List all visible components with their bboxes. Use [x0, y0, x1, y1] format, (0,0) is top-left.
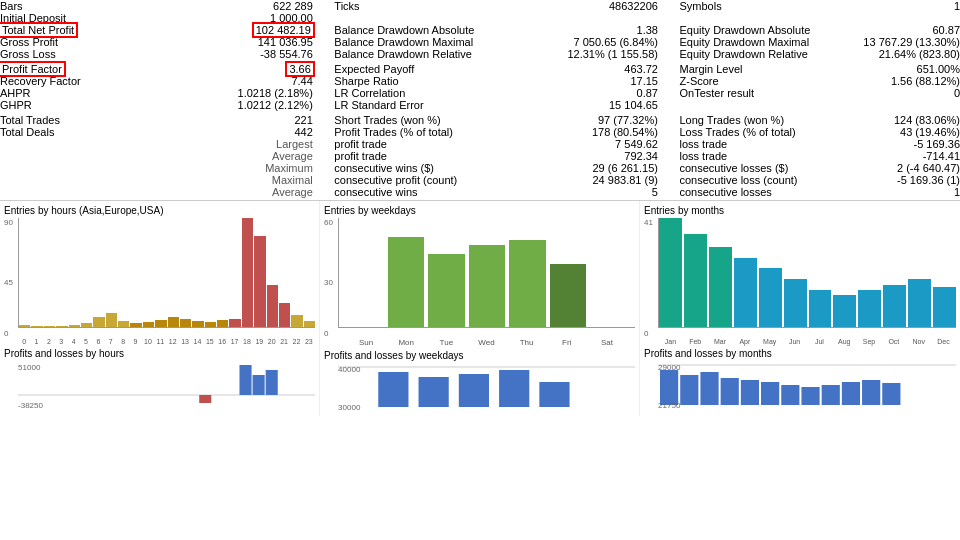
- max-consec-losses-value: 2 (-4 640.47): [852, 162, 960, 174]
- months-x-labels: Jan Feb Mar Apr May Jun Jul Aug Sep Oct …: [658, 338, 956, 345]
- hours-bar-6: [93, 317, 104, 327]
- hours-bar-9: [130, 323, 141, 327]
- weekdays-pnl-title: Profits and losses by weekdays: [324, 350, 635, 361]
- months-pnl-title: Profits and losses by months: [644, 348, 956, 359]
- weekdays-bar-chart: [338, 218, 635, 328]
- loss-trades-label: Loss Trades (% of total): [680, 126, 853, 138]
- hours-y-mid: 45: [4, 278, 13, 287]
- equity-drawdown-maximal-label: Equity Drawdown Maximal: [680, 36, 853, 48]
- margin-level-value: 651.00%: [852, 63, 960, 75]
- lr-standard-error-label: LR Standard Error: [334, 99, 550, 111]
- hours-bar-23: [304, 321, 315, 327]
- loss-trades-value: 43 (19.46%): [852, 126, 960, 138]
- margin-level-label: Margin Level: [680, 63, 853, 75]
- initial-deposit-label: Initial Deposit: [0, 12, 173, 24]
- hours-bar-10: [143, 322, 154, 327]
- total-net-profit-label: Total Net Profit: [0, 24, 173, 36]
- hours-bar-2: [44, 326, 55, 327]
- ticks-label: Ticks: [334, 0, 550, 12]
- average-profit-trade-value: 792.34: [550, 150, 658, 162]
- ontester-label: OnTester result: [680, 87, 853, 99]
- svg-rect-10: [459, 374, 489, 407]
- svg-rect-20: [741, 380, 759, 405]
- bars-value: 622 289: [173, 0, 313, 12]
- months-bar-chart: [658, 218, 956, 328]
- hours-bar-3: [56, 326, 67, 327]
- ahpr-value: 1.0218 (2.18%): [173, 87, 313, 99]
- hours-bar-22: [291, 315, 302, 327]
- profit-factor-label: Profit Factor: [0, 63, 173, 75]
- weekdays-y-min: 0: [324, 329, 328, 338]
- balance-drawdown-maximal-value: 7 050.65 (6.84%): [550, 36, 658, 48]
- svg-rect-17: [680, 375, 698, 405]
- svg-text:29000: 29000: [658, 363, 681, 372]
- svg-text:-38250: -38250: [18, 401, 44, 410]
- initial-deposit-value: 1 000.00: [173, 12, 313, 24]
- svg-rect-18: [700, 372, 718, 405]
- recovery-factor-label: Recovery Factor: [0, 75, 173, 87]
- largest-profit-trade-label: profit trade: [334, 138, 550, 150]
- avg-consec-losses-label: consecutive losses: [680, 186, 853, 198]
- weekdays-chart-title: Entries by weekdays: [324, 205, 635, 216]
- svg-rect-9: [419, 377, 449, 407]
- svg-rect-22: [781, 385, 799, 405]
- avg-consec-wins-value: 5: [550, 186, 658, 198]
- average-loss-trade-label: loss trade: [680, 150, 853, 162]
- svg-rect-11: [499, 370, 529, 407]
- months-y-min: 0: [644, 329, 648, 338]
- average-label: Average: [173, 150, 313, 162]
- hours-bar-12: [168, 317, 179, 327]
- svg-rect-26: [862, 380, 880, 405]
- hours-bar-11: [155, 320, 166, 327]
- hours-bar-4: [69, 325, 80, 327]
- balance-drawdown-absolute-label: Balance Drawdown Absolute: [334, 24, 550, 36]
- expected-payoff-value: 463.72: [550, 63, 658, 75]
- hours-bar-13: [180, 319, 191, 328]
- svg-rect-25: [842, 382, 860, 405]
- maximal-label: Maximal: [173, 174, 313, 186]
- short-trades-value: 97 (77.32%): [550, 114, 658, 126]
- ahpr-label: AHPR: [0, 87, 173, 99]
- max-consec-loss-count-label: consecutive loss (count): [680, 174, 853, 186]
- svg-rect-19: [721, 378, 739, 405]
- max-consec-wins-value: 29 (6 261.15): [550, 162, 658, 174]
- svg-rect-27: [882, 383, 900, 405]
- average-profit-trade-label: profit trade: [334, 150, 550, 162]
- gross-loss-label: Gross Loss: [0, 48, 173, 60]
- balance-drawdown-maximal-label: Balance Drawdown Maximal: [334, 36, 550, 48]
- hours-y-max: 90: [4, 218, 13, 227]
- hours-bar-chart: [18, 218, 315, 328]
- hours-bar-15: [205, 322, 216, 327]
- hours-x-labels: 01234567891011121314151617181920212223: [18, 338, 315, 345]
- symbols-value: 1: [852, 0, 960, 12]
- svg-rect-8: [378, 372, 408, 407]
- weekdays-y-mid: 30: [324, 278, 333, 287]
- hours-bar-0: [19, 325, 30, 327]
- svg-rect-3: [266, 370, 278, 395]
- hours-y-min: 0: [4, 329, 8, 338]
- max-consec-profit-value: 24 983.81 (9): [550, 174, 658, 186]
- hours-pnl-title: Profits and losses by hours: [4, 348, 315, 359]
- hours-bar-17: [229, 319, 240, 328]
- balance-drawdown-relative-label: Balance Drawdown Relative: [334, 48, 550, 60]
- months-chart-container: Entries by months 41 0: [640, 201, 960, 416]
- months-chart-title: Entries by months: [644, 205, 956, 216]
- long-trades-value: 124 (83.06%): [852, 114, 960, 126]
- equity-drawdown-absolute-value: 60.87: [852, 24, 960, 36]
- z-score-label: Z-Score: [680, 75, 853, 87]
- hours-bar-14: [192, 321, 203, 327]
- average2-label: Average: [173, 186, 313, 198]
- gross-loss-value: -38 554.76: [173, 48, 313, 60]
- months-pnl-chart: 29000 21750: [658, 360, 956, 410]
- recovery-factor-value: 7.44: [173, 75, 313, 87]
- sharpe-ratio-value: 17.15: [550, 75, 658, 87]
- svg-text:30000: 30000: [338, 403, 361, 412]
- lr-standard-error-value: 15 104.65: [550, 99, 658, 111]
- hours-bar-7: [106, 313, 117, 327]
- hours-chart-container: Entries by hours (Asia,Europe,USA) 90 45…: [0, 201, 320, 416]
- months-y-max: 41: [644, 218, 653, 227]
- gross-profit-value: 141 036.95: [173, 36, 313, 48]
- largest-profit-trade-value: 7 549.62: [550, 138, 658, 150]
- symbols-label: Symbols: [680, 0, 853, 12]
- hours-bar-20: [267, 285, 278, 327]
